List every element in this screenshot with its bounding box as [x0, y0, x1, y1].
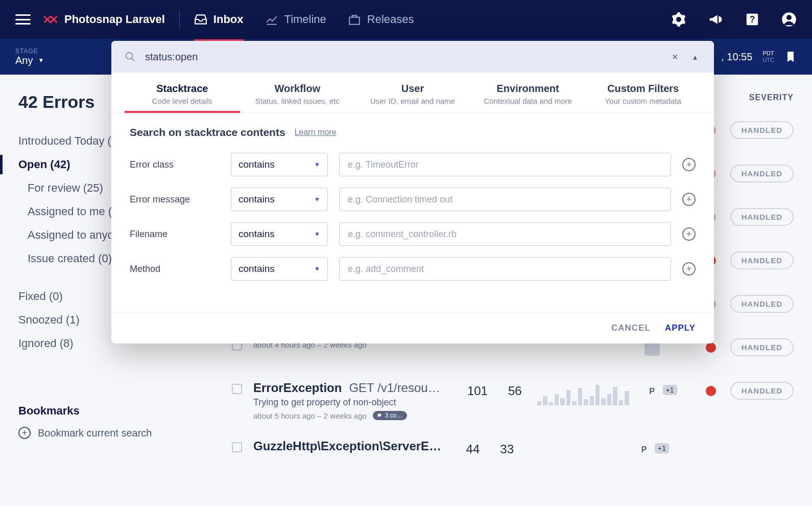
title-line: ErrorException GET /v1/resou…	[253, 381, 452, 395]
stage-label: STAGE	[15, 48, 44, 55]
tab-subtitle: Code level details	[125, 97, 240, 105]
search-input[interactable]	[145, 51, 660, 63]
modal-footer: CANCEL APPLY	[111, 312, 714, 343]
operator-select[interactable]: contains▼	[231, 222, 328, 246]
account-icon[interactable]	[781, 12, 797, 27]
error-message: Trying to get property of non-object	[253, 397, 452, 408]
error-row[interactable]: GuzzleHttp\Exception\ServerE… 4433 P+1	[225, 429, 812, 473]
sparkline	[537, 383, 629, 405]
cancel-button[interactable]: CANCEL	[611, 323, 651, 333]
assignee-avatar: P	[644, 384, 660, 399]
row-checkbox[interactable]	[232, 442, 242, 452]
row-checkbox[interactable]	[232, 384, 242, 394]
severity-dot	[706, 342, 716, 353]
modal-tabs: Stacktrace Code level detailsWorkflow St…	[111, 73, 714, 113]
title-line: GuzzleHttp\Exception\ServerE…	[253, 439, 451, 453]
tab-subtitle: Contextual data and more	[470, 97, 586, 105]
nav-tab-label: Inbox	[213, 13, 244, 26]
search-filters-modal: ✕ ▴ Stacktrace Code level detailsWorkflo…	[111, 41, 714, 343]
time-display: , 10:55	[721, 51, 752, 63]
nav-tab-inbox[interactable]: Inbox	[194, 0, 244, 39]
modal-tab-custom-filters[interactable]: Custom Filters Your custom metadata	[585, 73, 701, 112]
modal-tab-user[interactable]: User User ID, email and name	[355, 73, 470, 112]
nav-tab-timeline[interactable]: Timeline	[265, 0, 326, 39]
row-detail: GuzzleHttp\Exception\ServerE…	[253, 439, 461, 456]
tab-subtitle: Status, linked issues, etc	[240, 97, 355, 105]
bookmark-icon[interactable]	[784, 49, 797, 64]
tab-title: Environment	[470, 83, 586, 95]
add-condition-button[interactable]: +	[682, 158, 696, 171]
operator-select[interactable]: contains▼	[231, 257, 328, 281]
collapse-button[interactable]: ▴	[689, 51, 701, 62]
tab-title: Workflow	[240, 83, 355, 95]
menu-toggle[interactable]	[15, 14, 31, 25]
stage-value: Any▼	[15, 55, 44, 66]
counts: 10156	[467, 384, 522, 398]
learn-more-link[interactable]: Learn more	[295, 128, 337, 137]
counts: 4433	[466, 442, 514, 456]
field-label: Filename	[130, 229, 220, 240]
top-navbar: Photosnap Laravel Inbox Timeline Release…	[0, 0, 812, 39]
modal-tab-workflow[interactable]: Workflow Status, linked issues, etc	[240, 73, 355, 112]
handled-badge: HANDLED	[730, 121, 794, 139]
field-label: Method	[130, 264, 220, 274]
nav-right: ?	[671, 12, 797, 27]
form-row-error-message: Error message contains▼ +	[130, 188, 696, 211]
tab-title: Stacktrace	[125, 83, 240, 95]
search-icon	[125, 51, 136, 62]
form-row-method: Method contains▼ +	[130, 257, 696, 281]
bookmark-label: Bookmark current search	[38, 427, 152, 439]
nav-tab-releases[interactable]: Releases	[348, 0, 414, 39]
error-row[interactable]: ErrorException GET /v1/resou… Trying to …	[225, 371, 812, 429]
field-input[interactable]	[339, 153, 671, 176]
brand-name[interactable]: Photosnap Laravel	[64, 13, 165, 26]
timezone-display: PDT UTC	[762, 50, 774, 63]
add-condition-button[interactable]: +	[682, 193, 696, 206]
handled-badge: HANDLED	[730, 251, 794, 269]
field-input[interactable]	[339, 222, 671, 246]
operator-select[interactable]: contains▼	[231, 153, 328, 176]
timeline-icon	[265, 13, 278, 26]
add-condition-button[interactable]: +	[682, 227, 696, 241]
svg-point-5	[126, 53, 133, 59]
apply-button[interactable]: APPLY	[665, 323, 696, 333]
severity-dot	[706, 386, 716, 396]
more-assignees: +1	[663, 385, 677, 395]
modal-tab-stacktrace[interactable]: Stacktrace Code level details	[125, 73, 240, 112]
settings-icon[interactable]	[671, 12, 686, 27]
error-class: GuzzleHttp\Exception\ServerE…	[253, 439, 441, 453]
nav-tabs: Inbox Timeline Releases	[194, 0, 414, 39]
form-rows: Error class contains▼ + Error message co…	[130, 153, 696, 281]
stage-selector[interactable]: STAGE Any▼	[15, 48, 44, 66]
assignee-cell: P+1	[644, 381, 685, 399]
assignee-avatar: P	[636, 442, 652, 457]
clear-search-button[interactable]: ✕	[669, 51, 680, 62]
severity-dot	[698, 444, 708, 454]
handled-badge: HANDLED	[730, 295, 794, 313]
error-path: GET /v1/resou…	[349, 381, 440, 395]
add-condition-button[interactable]: +	[682, 262, 696, 275]
operator-select[interactable]: contains▼	[231, 188, 328, 211]
field-input[interactable]	[339, 257, 671, 281]
bookmark-current-search[interactable]: + Bookmark current search	[18, 427, 206, 439]
nav-tab-label: Timeline	[284, 13, 326, 26]
brand-logo-icon	[43, 12, 58, 27]
plus-circle-icon: +	[18, 427, 31, 439]
field-input[interactable]	[339, 188, 671, 211]
svg-text:?: ?	[750, 14, 755, 25]
error-class: ErrorException	[253, 381, 342, 395]
help-icon[interactable]: ?	[745, 12, 760, 27]
releases-icon	[348, 13, 361, 26]
form-row-filename: Filename contains▼ +	[130, 222, 696, 246]
search-bar: ✕ ▴	[111, 41, 714, 73]
comments-pill: 3 co…	[373, 411, 407, 420]
modal-tab-environment[interactable]: Environment Contextual data and more	[470, 73, 586, 112]
svg-point-4	[786, 15, 792, 20]
form-row-error-class: Error class contains▼ +	[130, 153, 696, 176]
megaphone-icon[interactable]	[708, 12, 723, 27]
body-title: Search on stacktrace contents	[130, 126, 285, 139]
handled-badge: HANDLED	[730, 208, 794, 226]
handled-badge: HANDLED	[730, 165, 794, 182]
tab-title: Custom Filters	[585, 83, 701, 95]
tab-subtitle: User ID, email and name	[355, 97, 470, 105]
